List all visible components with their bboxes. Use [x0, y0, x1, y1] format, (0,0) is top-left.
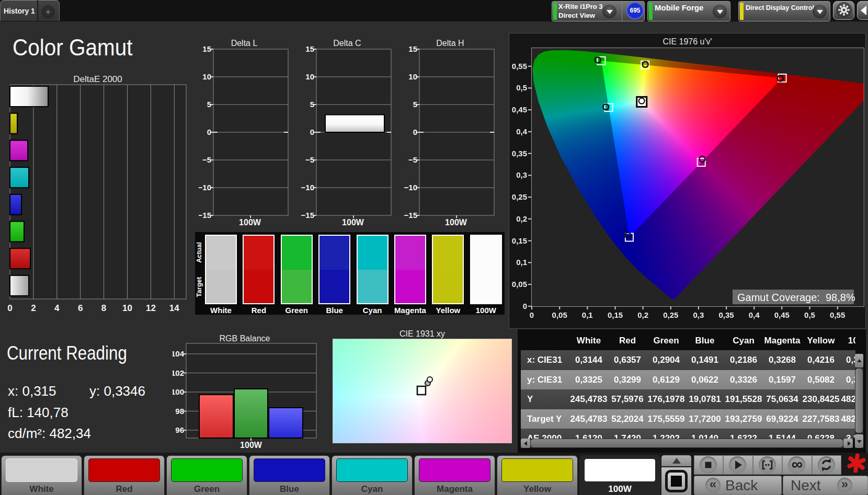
svg-text:0: 0: [207, 128, 211, 136]
svg-text:0,55: 0,55: [830, 310, 845, 319]
svg-text:0,5: 0,5: [804, 310, 815, 319]
svg-text:Actual: Actual: [195, 242, 203, 263]
svg-text:−10: −10: [404, 183, 417, 192]
svg-text:8: 8: [101, 303, 106, 313]
svg-text:RGB Balance: RGB Balance: [220, 334, 270, 343]
svg-text:100: 100: [173, 387, 184, 396]
svg-text:5: 5: [413, 100, 417, 109]
svg-text:0,25: 0,25: [512, 192, 527, 201]
svg-text:0,2: 0,2: [637, 310, 648, 319]
svg-text:100W: 100W: [240, 441, 262, 450]
svg-text:10: 10: [202, 72, 211, 81]
svg-text:10: 10: [305, 72, 314, 81]
svg-text:−10: −10: [301, 183, 314, 192]
svg-text:15: 15: [202, 44, 211, 53]
svg-text:0,25: 0,25: [663, 310, 678, 319]
svg-text:0: 0: [7, 303, 12, 313]
svg-text:−15: −15: [404, 211, 417, 220]
svg-text:−5: −5: [202, 155, 211, 164]
svg-text:−5: −5: [408, 155, 417, 164]
svg-text:0,15: 0,15: [608, 310, 623, 319]
svg-text:14: 14: [169, 303, 179, 313]
svg-text:98: 98: [175, 407, 184, 416]
svg-text:−15: −15: [199, 211, 211, 220]
svg-text:6: 6: [78, 303, 83, 313]
svg-text:15: 15: [408, 44, 417, 53]
svg-text:−10: −10: [199, 183, 211, 192]
svg-text:Delta L: Delta L: [231, 39, 258, 48]
svg-text:0,15: 0,15: [512, 236, 527, 245]
svg-text:12: 12: [146, 303, 156, 313]
svg-text:0: 0: [530, 310, 534, 319]
svg-text:0,05: 0,05: [552, 310, 567, 319]
svg-text:104: 104: [173, 349, 185, 358]
svg-text:0,1: 0,1: [516, 258, 527, 267]
svg-text:−15: −15: [301, 211, 314, 220]
svg-text:Delta C: Delta C: [333, 39, 361, 48]
svg-text:0,3: 0,3: [693, 310, 704, 319]
svg-text:0,55: 0,55: [512, 62, 527, 71]
svg-text:0,4: 0,4: [749, 310, 760, 319]
svg-text:5: 5: [310, 100, 314, 109]
svg-text:0: 0: [413, 128, 417, 136]
svg-text:2: 2: [31, 303, 36, 313]
svg-text:4: 4: [54, 303, 60, 313]
svg-text:10: 10: [408, 72, 417, 81]
svg-text:0,1: 0,1: [582, 310, 593, 319]
svg-text:0,05: 0,05: [512, 280, 527, 289]
svg-text:5: 5: [207, 100, 211, 109]
svg-text:0,45: 0,45: [774, 310, 790, 319]
svg-text:DeltaE 2000: DeltaE 2000: [73, 74, 122, 84]
svg-text:100W: 100W: [239, 218, 261, 227]
svg-text:0: 0: [523, 302, 527, 310]
svg-text:−5: −5: [305, 155, 314, 164]
svg-text:15: 15: [305, 44, 314, 53]
svg-text:0: 0: [310, 128, 314, 136]
svg-text:102: 102: [173, 369, 184, 377]
svg-text:Target: Target: [195, 277, 203, 297]
svg-text:0,35: 0,35: [512, 149, 527, 158]
svg-text:0,3: 0,3: [516, 170, 527, 179]
svg-text:0,2: 0,2: [516, 214, 527, 223]
svg-text:0,45: 0,45: [512, 105, 527, 114]
svg-text:0,35: 0,35: [718, 310, 734, 319]
svg-text:Delta H: Delta H: [436, 39, 464, 48]
svg-text:100W: 100W: [445, 218, 467, 227]
svg-text:10: 10: [122, 303, 132, 313]
svg-text:100W: 100W: [342, 218, 364, 227]
svg-text:0,4: 0,4: [516, 127, 528, 136]
svg-text:96: 96: [175, 425, 184, 434]
svg-text:0,5: 0,5: [516, 83, 527, 92]
